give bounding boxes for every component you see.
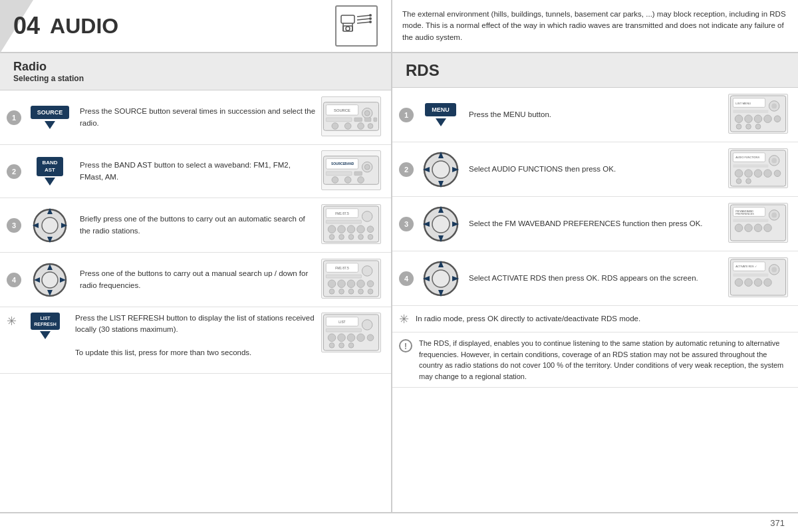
svg-point-87 xyxy=(329,342,334,348)
svg-line-6 xyxy=(357,19,370,20)
section-subtitle: Selecting a station xyxy=(13,74,378,83)
header-left: 04 AUDIO xyxy=(0,0,392,52)
rds-step-3: 3 Select the FM WAVEBAND PREFERENCES fun… xyxy=(392,197,798,251)
svg-point-121 xyxy=(736,178,741,184)
svg-point-69 xyxy=(347,280,355,288)
svg-point-100 xyxy=(774,116,781,122)
rds-step-num-2: 2 xyxy=(399,162,414,177)
svg-point-152 xyxy=(735,279,743,287)
rds-note-2-text: The RDS, if displayed, enables you to co… xyxy=(419,338,791,382)
svg-point-53 xyxy=(348,234,354,239)
chapter-title: AUDIO xyxy=(50,14,118,39)
svg-point-75 xyxy=(358,289,364,294)
svg-point-122 xyxy=(746,178,751,184)
step-4-image: FM1 87.5 xyxy=(321,259,384,301)
svg-point-97 xyxy=(745,115,753,123)
menu-button: MENU xyxy=(425,103,456,116)
rds-title: RDS xyxy=(406,61,440,80)
svg-point-52 xyxy=(339,234,344,239)
svg-point-98 xyxy=(754,115,762,123)
svg-rect-115 xyxy=(733,164,768,168)
svg-point-96 xyxy=(735,115,743,123)
svg-point-71 xyxy=(367,281,374,287)
rds-step-num-4: 4 xyxy=(399,271,414,286)
svg-point-21 xyxy=(344,123,351,130)
svg-point-68 xyxy=(338,280,346,288)
svg-point-33 xyxy=(344,177,351,184)
svg-point-124 xyxy=(432,215,450,233)
rds-note-1: ✳ In radio mode, press OK directly to ac… xyxy=(392,306,798,332)
svg-rect-135 xyxy=(733,219,768,222)
svg-point-85 xyxy=(357,334,365,342)
svg-rect-16 xyxy=(326,118,352,122)
step-3-icon xyxy=(27,206,73,245)
svg-point-57 xyxy=(42,272,58,288)
svg-point-141 xyxy=(432,270,450,287)
svg-rect-151 xyxy=(733,273,768,277)
left-step-4: 4 Press one of the buttons to carry out … xyxy=(0,253,391,307)
svg-point-50 xyxy=(367,226,374,233)
audio-icon xyxy=(335,5,378,47)
svg-point-29 xyxy=(364,164,370,170)
svg-rect-81 xyxy=(326,329,361,332)
svg-point-32 xyxy=(332,177,338,184)
svg-text:FM WAVEBAND: FM WAVEBAND xyxy=(735,210,753,213)
svg-rect-95 xyxy=(733,110,768,113)
rds-step-3-image: FM WAVEBAND PREFERENCES xyxy=(728,203,791,245)
sun-icon: ✳ xyxy=(7,314,17,329)
exclaim-icon: ! xyxy=(399,339,412,352)
svg-point-116 xyxy=(735,170,743,178)
step-1-text: Press the SOURCE button several times in… xyxy=(80,106,316,129)
svg-point-101 xyxy=(736,124,741,129)
footer: 371 xyxy=(0,512,798,532)
rds-step-2-icon xyxy=(419,150,462,190)
main-content: Radio Selecting a station 1 SOURCE Press… xyxy=(0,53,798,512)
svg-point-48 xyxy=(347,225,355,233)
svg-point-67 xyxy=(328,280,336,288)
header-description: The external environment (hills, buildin… xyxy=(392,0,798,52)
svg-point-105 xyxy=(432,161,450,178)
svg-point-118 xyxy=(754,170,762,178)
svg-rect-45 xyxy=(326,220,361,223)
svg-point-86 xyxy=(367,334,374,341)
svg-point-8 xyxy=(369,14,372,17)
list-button: LIST REFRESH xyxy=(31,313,59,330)
svg-point-84 xyxy=(347,334,355,342)
rds-note-1-text: In radio mode, press OK directly to acti… xyxy=(416,313,640,325)
svg-point-51 xyxy=(329,234,334,239)
svg-point-47 xyxy=(338,225,346,233)
rds-step-num-1: 1 xyxy=(399,108,414,122)
svg-point-138 xyxy=(754,224,762,232)
svg-point-70 xyxy=(357,280,365,288)
rds-step-4-icon xyxy=(419,259,462,299)
down-arrow-2 xyxy=(45,178,55,186)
svg-point-23 xyxy=(368,124,373,129)
svg-point-49 xyxy=(357,225,365,233)
chapter-number: 04 xyxy=(13,12,40,40)
step-num-4: 4 xyxy=(7,273,21,287)
sun-icon-rds: ✳ xyxy=(399,312,409,327)
rds-note-2: ! The RDS, if displayed, enables you to … xyxy=(392,332,798,388)
svg-rect-66 xyxy=(326,275,361,278)
svg-point-9 xyxy=(369,17,372,20)
step-3-image: FM1 87.5 xyxy=(321,204,384,246)
left-note-row: ✳ LIST REFRESH Press the LIST REFRESH bu… xyxy=(0,307,391,374)
svg-point-76 xyxy=(368,289,373,294)
svg-point-139 xyxy=(764,224,772,232)
svg-rect-18 xyxy=(364,118,371,122)
svg-text:FM1  87.5: FM1 87.5 xyxy=(335,212,349,215)
left-step-2: 2 BAND AST Press the BAND AST button to … xyxy=(0,145,391,198)
svg-line-5 xyxy=(357,15,370,17)
step-num-1: 1 xyxy=(7,110,21,125)
svg-point-155 xyxy=(764,279,772,287)
svg-point-94 xyxy=(771,104,777,109)
svg-text:PREFERENCES: PREFERENCES xyxy=(735,213,754,215)
svg-point-153 xyxy=(745,279,753,287)
svg-point-72 xyxy=(329,289,334,294)
step-2-text: Press the BAND AST button to select a wa… xyxy=(80,160,316,183)
svg-point-54 xyxy=(358,234,364,239)
svg-rect-19 xyxy=(374,118,377,122)
svg-rect-0 xyxy=(341,15,354,23)
svg-rect-30 xyxy=(326,172,352,176)
svg-point-134 xyxy=(771,213,777,218)
